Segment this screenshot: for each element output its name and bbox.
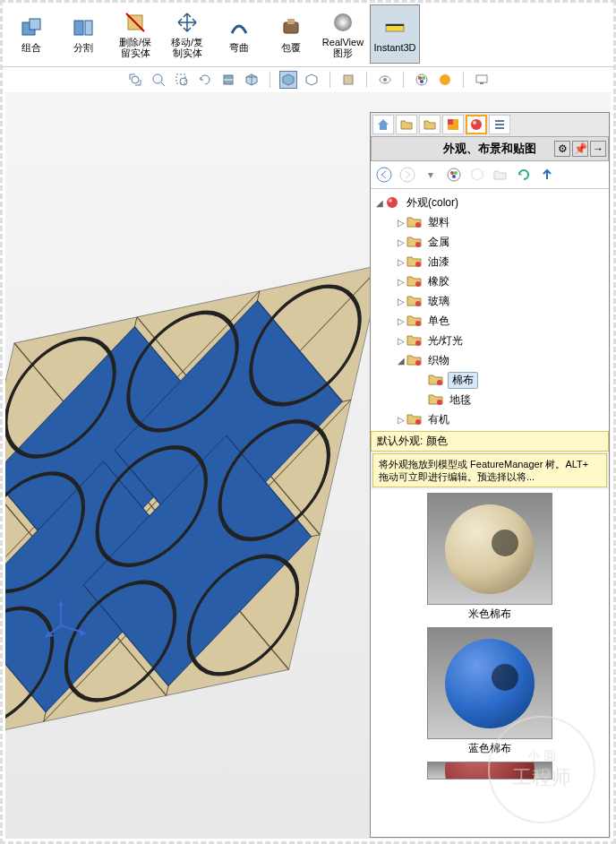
zoom-fit-icon[interactable] bbox=[126, 71, 144, 89]
tab-appearances[interactable] bbox=[466, 115, 487, 134]
swatch-partial[interactable] bbox=[425, 762, 555, 779]
wrap-label: 包覆 bbox=[281, 42, 301, 53]
flex-label: 弯曲 bbox=[229, 42, 249, 53]
svg-point-81 bbox=[415, 340, 421, 346]
tab-palette[interactable] bbox=[442, 115, 464, 134]
combine-button[interactable]: 组合 bbox=[6, 4, 56, 64]
realview-label: RealView 图形 bbox=[322, 37, 364, 58]
ball-icon bbox=[445, 762, 535, 779]
folder-icon bbox=[406, 333, 423, 348]
folder-open-icon bbox=[423, 117, 437, 132]
svg-point-11 bbox=[132, 76, 139, 83]
appearance-tree[interactable]: ◢外观(color) ▷塑料 ▷金属 ▷油漆 ▷橡胶 ▷玻璃 ▷单色 ▷光/灯光… bbox=[371, 189, 609, 431]
tree-node-light[interactable]: ▷光/灯光 bbox=[371, 331, 609, 350]
hide-show-icon[interactable] bbox=[376, 71, 394, 89]
svg-point-84 bbox=[437, 400, 442, 405]
scene-icon[interactable] bbox=[436, 71, 454, 89]
tree-node-metal[interactable]: ▷金属 bbox=[371, 232, 609, 252]
tree-node-solid[interactable]: ▷单色 bbox=[371, 311, 609, 331]
tab-home[interactable] bbox=[372, 115, 394, 134]
tree-node-rubber[interactable]: ▷橡胶 bbox=[371, 271, 609, 291]
back-icon[interactable] bbox=[374, 165, 394, 185]
svg-point-12 bbox=[153, 74, 162, 83]
forward-icon[interactable] bbox=[398, 165, 417, 185]
svg-point-67 bbox=[377, 168, 391, 182]
display-style-icon[interactable] bbox=[279, 71, 297, 89]
wrap-button[interactable]: 包覆 bbox=[266, 4, 316, 64]
hidden-lines-icon[interactable] bbox=[303, 71, 321, 89]
tab-folder[interactable] bbox=[396, 115, 417, 134]
move-copy-button[interactable]: 移动/复 制实体 bbox=[162, 4, 212, 64]
default-appearance-bar: 默认外观: 颜色 bbox=[371, 431, 609, 452]
svg-rect-1 bbox=[30, 19, 40, 30]
svg-point-76 bbox=[415, 242, 421, 247]
rotate-view-icon[interactable] bbox=[196, 71, 214, 89]
appearance-icon[interactable] bbox=[413, 71, 431, 89]
tree-root-appearance[interactable]: ◢外观(color) bbox=[371, 193, 609, 212]
refresh-icon[interactable] bbox=[514, 165, 534, 185]
up-icon[interactable] bbox=[537, 165, 557, 185]
instant3d-label: Instant3D bbox=[373, 42, 415, 53]
gear-icon[interactable]: ⚙ bbox=[554, 141, 570, 157]
expand-icon[interactable]: → bbox=[590, 141, 606, 157]
panel-mini-toolbar: ▾ bbox=[371, 161, 609, 189]
pin-icon[interactable]: 📌 bbox=[572, 141, 588, 157]
folder-icon bbox=[399, 117, 414, 132]
zoom-area-icon[interactable] bbox=[150, 71, 167, 89]
delete-keep-button[interactable]: 删除/保 留实体 bbox=[110, 4, 160, 64]
svg-point-23 bbox=[422, 76, 425, 80]
tree-node-plastic[interactable]: ▷塑料 bbox=[371, 212, 609, 232]
tree-node-organic[interactable]: ▷有机 bbox=[371, 409, 609, 429]
color-ball-icon bbox=[385, 195, 401, 210]
svg-point-70 bbox=[450, 171, 454, 175]
folder-icon bbox=[406, 294, 423, 308]
view-toolbar bbox=[3, 67, 613, 92]
folder-icon bbox=[428, 392, 444, 407]
svg-point-71 bbox=[454, 171, 458, 175]
ball-icon bbox=[445, 639, 535, 728]
swatch-preview[interactable] bbox=[427, 627, 552, 739]
folder-icon bbox=[406, 254, 423, 269]
flex-button[interactable]: 弯曲 bbox=[214, 4, 264, 64]
swatch-preview[interactable] bbox=[427, 493, 552, 605]
zoom-window-icon[interactable] bbox=[173, 71, 191, 89]
svg-point-80 bbox=[415, 321, 421, 326]
swatch-list[interactable]: 米色棉布 蓝色棉布 bbox=[371, 489, 609, 837]
svg-point-72 bbox=[452, 175, 456, 178]
realview-button[interactable]: RealView 图形 bbox=[318, 4, 368, 64]
svg-point-20 bbox=[383, 78, 387, 82]
color-ball-icon bbox=[469, 117, 483, 132]
delete-keep-icon bbox=[123, 10, 148, 35]
view-orientation-icon[interactable] bbox=[243, 71, 261, 89]
tree-node-fabric[interactable]: ◢织物 bbox=[371, 350, 609, 370]
swatch-blue-cotton[interactable]: 蓝色棉布 bbox=[425, 627, 555, 758]
folder-tool-icon[interactable] bbox=[491, 165, 510, 185]
tip-bar: 将外观拖放到模型或 FeatureManager 树。ALT+ 拖动可立即进行编… bbox=[372, 453, 607, 487]
section-view-icon[interactable] bbox=[219, 71, 237, 89]
tree-node-paint[interactable]: ▷油漆 bbox=[371, 252, 609, 271]
tree-node-carpet[interactable]: 地毯 bbox=[371, 390, 609, 409]
swatch-beige-cotton[interactable]: 米色棉布 bbox=[425, 493, 555, 624]
tree-node-cotton[interactable]: 棉布 bbox=[371, 370, 609, 390]
svg-rect-61 bbox=[448, 119, 453, 125]
tab-folder2[interactable] bbox=[419, 115, 441, 134]
panel-tabs bbox=[371, 113, 609, 136]
instant3d-icon bbox=[382, 15, 407, 40]
split-icon bbox=[71, 15, 96, 40]
svg-rect-18 bbox=[344, 75, 353, 84]
tab-list[interactable] bbox=[489, 115, 510, 134]
svg-point-78 bbox=[415, 281, 421, 287]
svg-rect-3 bbox=[85, 21, 92, 35]
display-icon[interactable] bbox=[473, 71, 491, 89]
swatch-preview[interactable] bbox=[427, 762, 552, 779]
svg-point-68 bbox=[400, 168, 415, 182]
wrap-icon bbox=[278, 15, 304, 40]
appearances-panel: 外观、布景和贴图 ⚙ 📌 → ▾ ◢外观(color) ▷塑料 ▷金属 ▷油漆 … bbox=[370, 112, 610, 838]
swatch-label: 蓝色棉布 bbox=[466, 739, 513, 758]
instant3d-button[interactable]: Instant3D bbox=[370, 4, 420, 64]
split-button[interactable]: 分割 bbox=[58, 4, 108, 64]
box-icon[interactable] bbox=[339, 71, 357, 89]
box-tool-icon[interactable] bbox=[467, 165, 487, 185]
appearance-tool-icon[interactable] bbox=[444, 165, 464, 185]
tree-node-glass[interactable]: ▷玻璃 bbox=[371, 291, 609, 311]
